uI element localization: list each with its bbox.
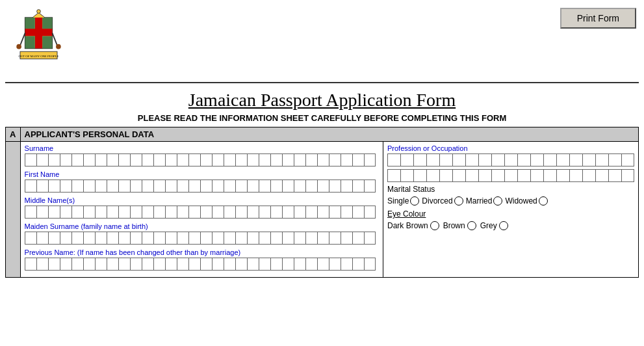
char-box[interactable] [153, 258, 165, 271]
char-box[interactable] [142, 232, 153, 245]
char-box[interactable] [329, 258, 341, 271]
char-box[interactable] [71, 153, 83, 166]
char-box[interactable] [60, 180, 71, 193]
char-box[interactable] [294, 206, 305, 219]
char-box[interactable] [142, 180, 153, 193]
char-box[interactable] [352, 153, 364, 166]
char-box[interactable] [556, 169, 569, 182]
char-box[interactable] [165, 258, 177, 271]
char-box[interactable] [259, 153, 270, 166]
char-box[interactable] [364, 153, 376, 166]
char-box[interactable] [329, 206, 341, 219]
char-box[interactable] [582, 153, 595, 166]
char-box[interactable] [341, 258, 352, 271]
char-box[interactable] [247, 258, 259, 271]
char-box[interactable] [426, 169, 439, 182]
char-box[interactable] [270, 232, 282, 245]
char-box[interactable] [235, 232, 247, 245]
char-box[interactable] [142, 258, 153, 271]
char-box[interactable] [270, 180, 282, 193]
char-box[interactable] [153, 232, 165, 245]
char-box[interactable] [165, 206, 177, 219]
char-box[interactable] [200, 153, 212, 166]
char-box[interactable] [95, 153, 107, 166]
char-box[interactable] [83, 258, 95, 271]
char-box[interactable] [387, 153, 400, 166]
char-box[interactable] [118, 258, 130, 271]
char-box[interactable] [177, 153, 188, 166]
char-box[interactable] [36, 206, 48, 219]
char-box[interactable] [452, 169, 465, 182]
char-box[interactable] [224, 180, 235, 193]
char-box[interactable] [259, 258, 270, 271]
char-box[interactable] [413, 169, 426, 182]
char-box[interactable] [595, 169, 608, 182]
char-box[interactable] [60, 206, 71, 219]
char-box[interactable] [200, 206, 212, 219]
char-box[interactable] [364, 232, 376, 245]
char-box[interactable] [329, 232, 341, 245]
char-box[interactable] [317, 258, 329, 271]
char-box[interactable] [212, 258, 224, 271]
char-box[interactable] [224, 206, 235, 219]
char-box[interactable] [329, 180, 341, 193]
char-box[interactable] [142, 153, 153, 166]
char-box[interactable] [364, 258, 376, 271]
char-box[interactable] [60, 258, 71, 271]
char-box[interactable] [317, 206, 329, 219]
char-box[interactable] [83, 180, 95, 193]
char-box[interactable] [235, 258, 247, 271]
char-box[interactable] [352, 232, 364, 245]
char-box[interactable] [341, 232, 352, 245]
char-box[interactable] [282, 206, 294, 219]
char-box[interactable] [107, 206, 118, 219]
char-box[interactable] [25, 258, 36, 271]
char-box[interactable] [188, 153, 200, 166]
char-box[interactable] [25, 153, 36, 166]
char-box[interactable] [247, 232, 259, 245]
char-box[interactable] [305, 206, 317, 219]
char-box[interactable] [530, 153, 543, 166]
marital-married-radio[interactable] [493, 196, 502, 206]
eye-grey-radio[interactable] [499, 221, 508, 230]
char-box[interactable] [270, 153, 282, 166]
char-box[interactable] [465, 169, 478, 182]
char-box[interactable] [224, 153, 235, 166]
char-box[interactable] [259, 180, 270, 193]
char-box[interactable] [305, 232, 317, 245]
char-box[interactable] [95, 180, 107, 193]
char-box[interactable] [235, 153, 247, 166]
char-box[interactable] [387, 169, 400, 182]
char-box[interactable] [71, 180, 83, 193]
char-box[interactable] [478, 169, 491, 182]
char-box[interactable] [36, 258, 48, 271]
char-box[interactable] [543, 153, 556, 166]
char-box[interactable] [25, 232, 36, 245]
char-box[interactable] [83, 232, 95, 245]
char-box[interactable] [247, 153, 259, 166]
char-box[interactable] [212, 232, 224, 245]
char-box[interactable] [36, 180, 48, 193]
char-box[interactable] [235, 180, 247, 193]
char-box[interactable] [188, 180, 200, 193]
char-box[interactable] [329, 153, 341, 166]
char-box[interactable] [118, 153, 130, 166]
char-box[interactable] [621, 153, 634, 166]
char-box[interactable] [118, 206, 130, 219]
char-box[interactable] [177, 232, 188, 245]
char-box[interactable] [71, 232, 83, 245]
char-box[interactable] [305, 153, 317, 166]
char-box[interactable] [177, 180, 188, 193]
char-box[interactable] [142, 206, 153, 219]
char-box[interactable] [130, 258, 142, 271]
char-box[interactable] [188, 258, 200, 271]
char-box[interactable] [130, 153, 142, 166]
char-box[interactable] [294, 153, 305, 166]
char-box[interactable] [517, 153, 530, 166]
char-box[interactable] [582, 169, 595, 182]
char-box[interactable] [294, 180, 305, 193]
char-box[interactable] [200, 232, 212, 245]
char-box[interactable] [595, 153, 608, 166]
char-box[interactable] [341, 180, 352, 193]
char-box[interactable] [352, 206, 364, 219]
